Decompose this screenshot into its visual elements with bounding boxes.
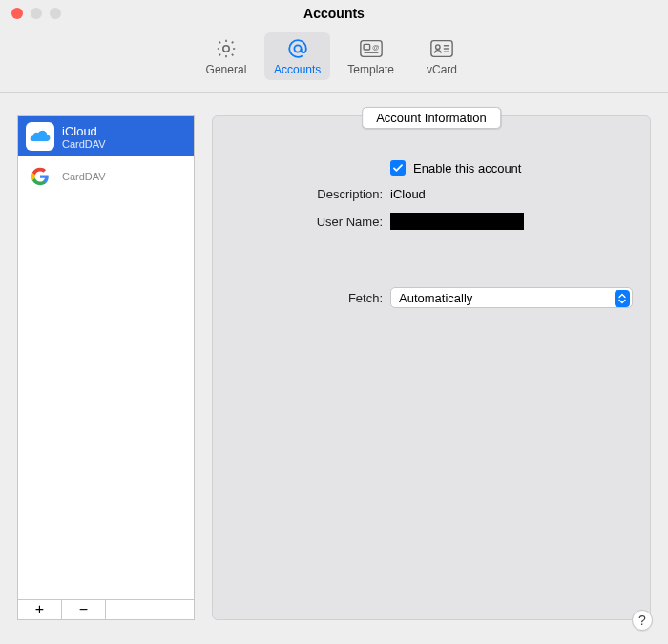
add-account-button[interactable]: + [18,600,62,619]
template-icon: @ [358,36,385,61]
checkbox-checked-icon [390,160,406,176]
vcard-icon [428,36,455,61]
gear-icon [213,36,240,61]
tab-general[interactable]: General [196,32,257,80]
section-header[interactable]: Account Information [362,107,501,129]
tab-vcard[interactable]: vCard [411,32,472,80]
chevron-up-down-icon [615,290,630,307]
tab-general-label: General [206,63,247,76]
main-content: iCloud CardDAV CardDAV [0,93,668,637]
at-sign-icon [284,36,311,61]
accounts-sidebar: iCloud CardDAV CardDAV [17,115,195,620]
accounts-list-footer: + − [17,599,195,620]
icloud-icon [26,122,54,151]
tab-template-label: Template [347,63,394,76]
tab-vcard-label: vCard [427,63,457,76]
description-value: iCloud [390,187,426,201]
enable-account-checkbox[interactable]: Enable this account [390,160,521,176]
redacted-username [390,213,524,230]
accounts-list: iCloud CardDAV CardDAV [17,115,195,599]
footer-spacer [106,600,194,619]
fetch-label: Fetch: [230,291,383,305]
svg-rect-3 [364,44,370,50]
tab-accounts-label: Accounts [274,63,321,76]
account-row-icloud[interactable]: iCloud CardDAV [18,116,194,156]
description-label: Description: [230,187,383,201]
preferences-toolbar: General Accounts @ Template [0,27,668,93]
svg-text:@: @ [372,43,380,52]
google-icon [26,162,54,191]
account-row-google[interactable]: CardDAV [18,156,194,197]
account-subtype: CardDAV [62,171,186,182]
help-button[interactable]: ? [632,610,653,631]
fetch-select[interactable]: Automatically [390,287,633,308]
tab-template[interactable]: @ Template [338,32,404,80]
account-name: iCloud [62,124,106,138]
tab-accounts[interactable]: Accounts [264,32,330,80]
username-label: User Name: [230,215,383,229]
svg-point-7 [436,45,440,49]
window-title: Accounts [0,6,668,21]
fetch-selected-value: Automatically [399,291,472,305]
account-subtype: CardDAV [62,138,106,150]
enable-account-label: Enable this account [413,161,521,176]
account-form: Enable this account Description: iCloud … [213,160,650,308]
remove-account-button[interactable]: − [62,600,106,619]
title-bar: Accounts [0,0,668,27]
svg-point-0 [223,46,229,52]
svg-point-1 [294,45,301,52]
account-detail-panel: Account Information Enable this account … [212,115,651,620]
